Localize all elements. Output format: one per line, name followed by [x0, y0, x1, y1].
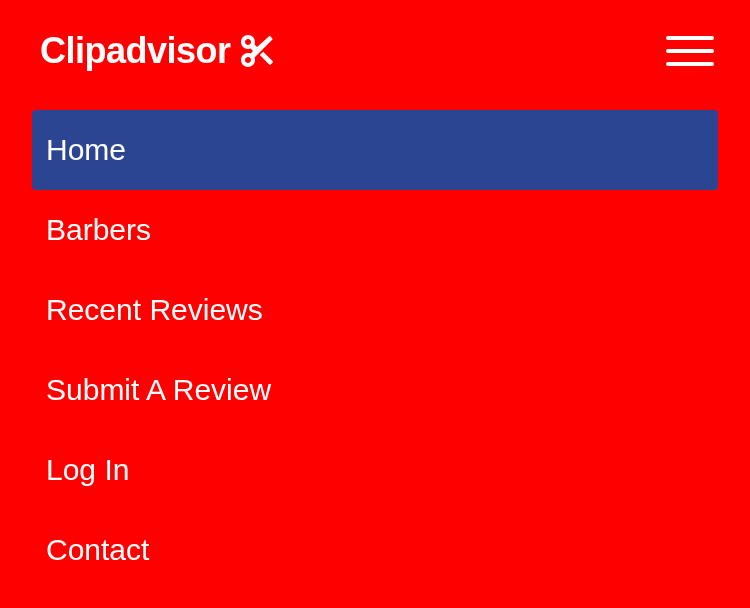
- scissors-icon: [241, 35, 273, 67]
- hamburger-line: [666, 49, 714, 53]
- hamburger-line: [666, 62, 714, 66]
- brand-logo[interactable]: Clipadvisor: [40, 30, 273, 72]
- nav-menu: Home Barbers Recent Reviews Submit A Rev…: [0, 92, 750, 590]
- hamburger-line: [666, 36, 714, 40]
- menu-toggle-button[interactable]: [666, 32, 714, 70]
- brand-text: Clipadvisor: [40, 30, 231, 72]
- nav-item-login[interactable]: Log In: [32, 430, 718, 510]
- nav-item-barbers[interactable]: Barbers: [32, 190, 718, 270]
- nav-item-submit-review[interactable]: Submit A Review: [32, 350, 718, 430]
- nav-item-recent-reviews[interactable]: Recent Reviews: [32, 270, 718, 350]
- header: Clipadvisor: [0, 0, 750, 92]
- nav-item-home[interactable]: Home: [32, 110, 718, 190]
- nav-item-contact[interactable]: Contact: [32, 510, 718, 590]
